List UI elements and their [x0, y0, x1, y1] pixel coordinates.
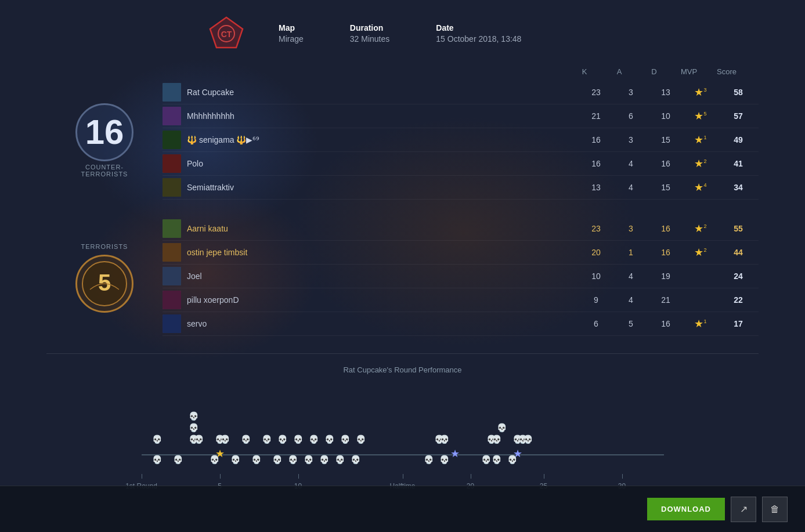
map-value: Mirage: [279, 34, 304, 44]
kill-skull: 💀: [309, 435, 319, 444]
death-skull: 💀: [288, 455, 298, 464]
map-label: Map: [279, 23, 304, 32]
duration-label: Duration: [350, 23, 389, 32]
mvp-star: ★3: [694, 86, 706, 98]
table-row: pillu xoerponD 9 4 21 22: [163, 288, 759, 312]
death-skull: 💀: [319, 455, 329, 464]
avatar: [163, 267, 181, 285]
player-kills: 10: [579, 272, 613, 281]
date-label: Date: [436, 23, 521, 32]
player-assists: 6: [613, 111, 648, 121]
header-info: Map Mirage Duration 32 Minutes Date 15 O…: [279, 23, 521, 44]
download-button[interactable]: DOWNLOAD: [647, 498, 725, 520]
map-logo: CT: [209, 16, 244, 51]
svg-rect-15: [163, 314, 181, 333]
kill-skull: 💀: [194, 435, 204, 444]
a-header: A: [602, 67, 637, 76]
death-skull: 💀: [351, 455, 360, 464]
date-value: 15 October 2018, 13:48: [436, 34, 521, 44]
death-skull: 💀: [481, 455, 491, 464]
player-assists: 3: [613, 88, 648, 97]
svg-rect-13: [163, 267, 181, 285]
star-marker-blue: ★: [450, 447, 460, 460]
player-name: 🔱 senigama 🔱▶⁶⁹: [187, 135, 579, 144]
ct-score-badge: 16: [75, 103, 133, 161]
player-deaths: 15: [648, 183, 683, 192]
table-row: Joel 10 4 19 24: [163, 265, 759, 288]
table-row: Aarni kaatu 23 3 16 ★2 55: [163, 217, 759, 241]
table-row: Rat Cupcake 23 3 13 ★3 58: [163, 81, 759, 104]
trash-icon: 🗑: [770, 504, 779, 515]
duration-value: 32 Minutes: [350, 34, 389, 44]
player-deaths: 16: [648, 319, 683, 328]
player-deaths: 21: [648, 295, 683, 305]
avatar: [163, 291, 181, 309]
kill-skull: 💀: [152, 435, 162, 444]
death-skull: 💀: [210, 455, 219, 464]
d-header: D: [637, 67, 672, 76]
player-score: 41: [718, 159, 759, 168]
player-assists: 4: [613, 159, 648, 168]
ct-team-badge: 16 COUNTER-TERRORISTS: [46, 81, 163, 200]
player-mvp: ★2: [683, 222, 718, 235]
player-score: 57: [718, 111, 759, 121]
svg-rect-11: [163, 219, 181, 238]
avatar: [163, 83, 181, 102]
player-assists: 4: [613, 183, 648, 192]
player-score: 44: [718, 248, 759, 257]
death-skull: 💀: [335, 455, 345, 464]
date-field: Date 15 October 2018, 13:48: [436, 23, 521, 44]
death-skull: 💀: [152, 455, 162, 464]
player-mvp: ★2: [683, 246, 718, 259]
player-name: Joel: [187, 272, 579, 281]
player-deaths: 10: [648, 111, 683, 121]
mvp-star: ★1: [694, 134, 706, 146]
death-skull: 💀: [492, 455, 501, 464]
avatar: [163, 178, 181, 197]
player-score: 49: [718, 135, 759, 144]
svg-rect-5: [163, 107, 181, 125]
tick-5: [220, 474, 221, 479]
timeline-axis: 💀 💀 💀 💀 💀 ★ 💀 💀 💀 💀 💀 💀 💀 💀 💀 💀 💀: [142, 386, 664, 479]
player-deaths: 16: [648, 248, 683, 257]
player-assists: 3: [613, 135, 648, 144]
avatar: [163, 314, 181, 333]
player-score: 58: [718, 88, 759, 97]
player-kills: 16: [579, 135, 613, 144]
tick-25: [544, 474, 544, 479]
player-assists: 4: [613, 295, 648, 305]
player-kills: 9: [579, 295, 613, 305]
svg-text:CT: CT: [221, 30, 232, 39]
player-score: 34: [718, 183, 759, 192]
table-row: servo 6 5 16 ★1 17: [163, 312, 759, 336]
avatar: [163, 219, 181, 238]
player-score: 24: [718, 272, 759, 281]
share-button[interactable]: ↗: [731, 497, 756, 522]
delete-button[interactable]: 🗑: [762, 497, 788, 522]
avatar: [163, 243, 181, 262]
t-players-list: Aarni kaatu 23 3 16 ★2 55 ostin jepe tim…: [163, 217, 759, 336]
avatar: [163, 154, 181, 173]
round-perf-title: Rat Cupcake's Round Performance: [46, 365, 759, 374]
score-header: Score: [706, 67, 747, 76]
player-kills: 23: [579, 88, 613, 97]
player-deaths: 15: [648, 135, 683, 144]
player-kills: 6: [579, 319, 613, 328]
kill-skull: 💀: [241, 435, 251, 444]
death-skull: 💀: [424, 455, 434, 464]
table-row: Semiattraktiv 13 4 15 ★4 34: [163, 176, 759, 200]
mvp-star: ★2: [694, 158, 706, 169]
kill-skull: 💀: [189, 423, 198, 432]
duration-field: Duration 32 Minutes: [350, 23, 389, 44]
player-name: ostin jepe timbsit: [187, 248, 579, 257]
table-row: ostin jepe timbsit 20 1 16 ★2 44: [163, 241, 759, 265]
kill-skull: 💀: [262, 435, 272, 444]
table-row: Mhhhhhhhhh 21 6 10 ★5 57: [163, 104, 759, 128]
tick-halftime: [403, 474, 403, 479]
svg-rect-4: [163, 83, 181, 102]
mvp-star: ★1: [694, 318, 706, 330]
t-team-badge: TERRORISTS 5: [46, 217, 163, 336]
mvp-star: ★5: [694, 110, 706, 122]
player-name: Mhhhhhhhhh: [187, 111, 579, 121]
k-header: K: [567, 67, 602, 76]
